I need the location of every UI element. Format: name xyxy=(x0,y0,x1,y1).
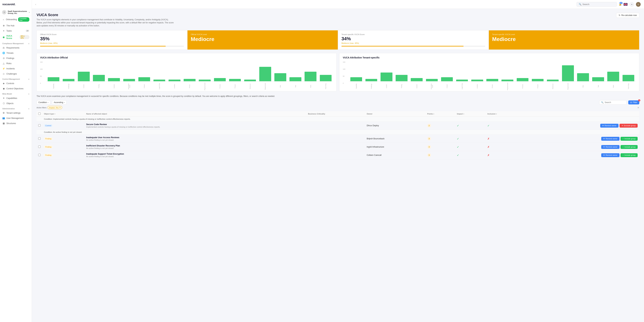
vuca-icon: ◉ xyxy=(2,36,5,39)
inclusion-header[interactable]: Inclusion ▾ xyxy=(486,111,522,117)
topbar-actions: 🔔 60 + U xyxy=(619,2,641,7)
sidebar-item-hub[interactable]: ⊕ The Hub xyxy=(0,23,32,28)
vuca-score-badge: 35% | 34% xyxy=(20,35,29,39)
add-button[interactable]: + xyxy=(630,2,634,7)
actions-cell: ✉ Remind owner+ Include group xyxy=(522,135,639,143)
objects-icon: ⬡ xyxy=(2,102,5,105)
meta-section-header: Meta Model ∧ xyxy=(0,91,32,96)
table-search[interactable]: 🔍 xyxy=(599,100,626,105)
inclusion-check-icon: ✓ xyxy=(487,124,490,127)
sidebar-item-controls[interactable]: ◈ Controls xyxy=(0,81,32,86)
remove-filter-icon[interactable]: ✕ xyxy=(59,106,61,109)
owner-cell: Ingrid Infrastructure xyxy=(365,143,426,151)
sidebar-item-threats[interactable]: 🌐 Threats xyxy=(0,50,32,56)
object-description: An active finding is not yet closed. xyxy=(86,147,305,149)
object-type-tag: Finding xyxy=(44,154,53,156)
sidebar-item-user-management[interactable]: 👥 User Management xyxy=(0,116,32,121)
sidebar-item-incidents[interactable]: ⚡ Incidents xyxy=(0,66,32,71)
sidebar-item-tasks[interactable]: ≡ Tasks 14 xyxy=(0,28,32,34)
sidebar-item-structures[interactable]: ▦ Structures xyxy=(0,121,32,126)
impact-check-icon: ✓ xyxy=(457,146,459,148)
sidebar-item-label: Tenant settings xyxy=(6,112,20,114)
admin-chevron-icon[interactable]: ∧ xyxy=(28,108,29,110)
impact-header[interactable]: Impact ▾ xyxy=(455,111,486,117)
row-checkbox[interactable] xyxy=(38,137,40,140)
sidebar-item-objects[interactable]: ⬡ Objects xyxy=(0,101,32,106)
remind-owner-button[interactable]: ✉ Remind owner xyxy=(601,153,620,157)
compliance-chevron-icon[interactable]: ∧ xyxy=(28,43,29,45)
user-avatar[interactable]: U xyxy=(636,2,641,7)
object-type-cell: Finding xyxy=(42,151,84,159)
close-filters-icon[interactable]: ✕ xyxy=(637,106,639,109)
actions-cell: ✉ Remind owner+ Include group xyxy=(522,143,639,151)
row-checkbox[interactable] xyxy=(38,124,40,127)
sidebar-item-risks[interactable]: △ Risks xyxy=(0,61,32,66)
filter-button[interactable]: ⊟ Filter 1 xyxy=(628,100,639,104)
recalculate-button[interactable]: ↻ Re-calculate now xyxy=(616,13,639,18)
sidebar-item-findings[interactable]: ⊙ Findings xyxy=(0,56,32,61)
sidebar-item-tenant[interactable]: ⚙ Tenant settings xyxy=(0,110,32,116)
tenant-icon: ⚙ xyxy=(2,112,5,114)
bar-item xyxy=(500,61,515,81)
notifications-bell[interactable]: 🔔 60 xyxy=(619,3,622,6)
sidebar-collapse-icon[interactable]: ‹ xyxy=(35,3,36,6)
points-cell: 3 xyxy=(426,143,455,151)
global-search[interactable]: 🔍 xyxy=(576,2,617,7)
owner-cell: Colleen Carecall xyxy=(365,151,426,159)
sort-dropdown[interactable]: Ascending ▾ xyxy=(52,100,66,105)
search-input[interactable] xyxy=(582,3,613,6)
impact-filter-tag: Impact: Yes ✕ xyxy=(48,106,62,109)
bar-item xyxy=(364,61,379,81)
recalc-icon: ↻ xyxy=(619,14,620,17)
sidebar-item-vuca-score[interactable]: ◉ VUCA Score 35% | 34% xyxy=(0,34,32,41)
include-icon: + xyxy=(622,138,624,140)
org-name: SaaS Superstructures Group, Inc. xyxy=(8,10,28,14)
row-checkbox[interactable] xyxy=(38,146,40,148)
include-group-button[interactable]: + Include group xyxy=(620,137,638,141)
controls-icon: ◈ xyxy=(2,82,5,85)
language-flag[interactable] xyxy=(624,3,628,6)
object-type-tag: Finding xyxy=(44,137,53,140)
select-all-checkbox[interactable] xyxy=(38,113,40,115)
official-level-label: Official VUCA Level xyxy=(191,34,334,36)
sidebar-item-label: Risks xyxy=(6,62,12,65)
remind-owner-button[interactable]: ✉ Remind owner xyxy=(601,137,620,141)
include-group-button[interactable]: + Include group xyxy=(620,153,638,157)
bar-item xyxy=(303,61,318,81)
control-chevron-icon[interactable]: ∧ xyxy=(28,78,29,80)
exclude-icon: ✕ xyxy=(622,125,623,127)
remind-owner-button[interactable]: ✉ Remind owner xyxy=(600,124,618,128)
points-cell: 3 xyxy=(426,135,455,143)
sidebar-item-label: Capabilities xyxy=(6,97,17,99)
structures-icon: ▦ xyxy=(2,122,5,125)
owner-cell: Dhruv Deploy xyxy=(365,122,426,130)
bar-item xyxy=(46,61,61,81)
exclude-group-button[interactable]: ✕ Exclude group xyxy=(620,124,638,128)
bar-item xyxy=(440,61,454,81)
sidebar-item-capabilities[interactable]: ✦ Capabilities xyxy=(0,96,32,101)
object-type-header[interactable]: Object type ▾ xyxy=(42,111,84,117)
table-row: Control Secure Code Review Implemented c… xyxy=(36,122,639,130)
include-group-button[interactable]: + Include group xyxy=(620,145,638,149)
sidebar-item-requirements[interactable]: ⚖ Requirements xyxy=(0,45,32,50)
sidebar-item-label: Objects xyxy=(6,102,14,105)
sidebar-item-control-objectives[interactable]: ◉ Control Objectives xyxy=(0,86,32,91)
sidebar-item-onboarding[interactable]: ○ Onboarding Complete now xyxy=(0,16,32,23)
table-row: Finding Inefficient Disaster Recovery Pl… xyxy=(36,143,639,151)
table-search-input[interactable] xyxy=(604,101,625,104)
group-by-dropdown[interactable]: Condition ▾ xyxy=(36,100,50,105)
points-header[interactable]: Points ▾ xyxy=(426,111,455,117)
bar-item xyxy=(349,61,364,81)
filter-count-badge: 1 xyxy=(638,99,640,101)
org-selector[interactable]: S SaaS Superstructures Group, Inc. ▾ xyxy=(0,9,32,16)
active-filters: Active filters Impact: Yes ✕ ✕ xyxy=(36,106,639,109)
meta-chevron-icon[interactable]: ∧ xyxy=(28,93,29,95)
row-checkbox[interactable] xyxy=(38,154,40,156)
sidebar-item-challenges[interactable]: ◇ Challenges xyxy=(0,71,32,76)
object-description: An active finding is not yet closed. xyxy=(86,139,305,141)
bar-item xyxy=(258,61,272,81)
bar-item xyxy=(424,61,439,81)
impact-cell: ✓ xyxy=(455,135,486,143)
bar-item xyxy=(530,61,545,81)
remind-owner-button[interactable]: ✉ Remind owner xyxy=(601,145,620,149)
